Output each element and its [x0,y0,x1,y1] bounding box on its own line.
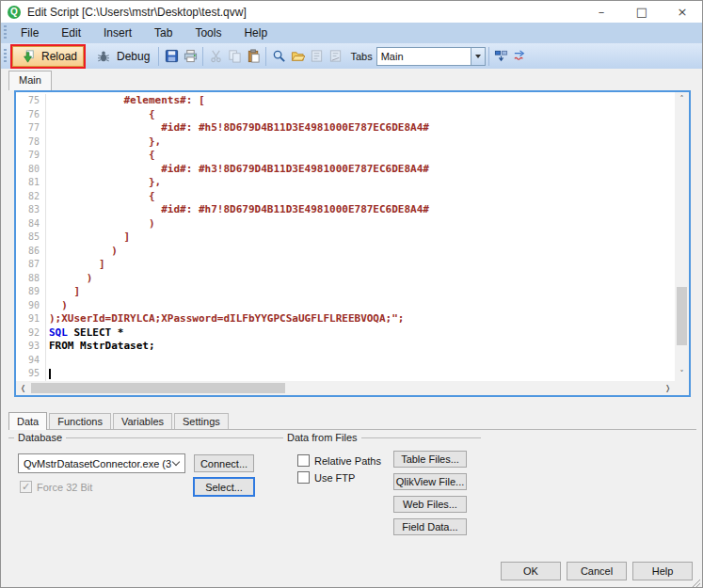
line-number: 91 [16,312,46,326]
file-buttons-column: Table Files...QlikView File...Web Files.… [393,451,467,535]
toolbar-separator [488,47,489,66]
use-ftp-checkbox[interactable]: Use FTP [297,471,355,484]
vertical-scroll-thumb[interactable] [677,287,687,345]
tab-functions[interactable]: Functions [49,413,111,429]
code-line: 89 ] [16,285,675,299]
script-tab-main[interactable]: Main [8,71,52,90]
open-file-icon[interactable] [288,47,307,66]
menu-file[interactable]: File [9,24,50,42]
tab-data[interactable]: Data [8,412,47,430]
ok-button[interactable]: OK [501,562,561,580]
script-editor[interactable]: 75 #elements#: [76 {77 #id#: #h5!8D679D4… [14,90,691,397]
checkbox-unchecked-icon [297,471,310,484]
find-icon[interactable] [269,47,288,66]
code-text: ) [46,217,155,231]
code-line: 86 ) [16,245,675,259]
connect-button-label: Connect... [200,458,248,469]
code-segment: SQL [49,326,68,339]
tab-settings[interactable]: Settings [174,413,229,429]
relative-paths-checkbox[interactable]: Relative Paths [297,454,381,467]
reload-button[interactable]: Reload [12,46,84,67]
tab-selector-combobox[interactable]: Main [376,47,486,66]
code-segment: #id#: #h7!8D679D4B11D3E4981000E787EC6DE8… [49,203,429,215]
code-line: 85 ] [16,230,675,245]
qlikview-logo-icon: Q [8,6,21,19]
code-segment: );XUserId=DIRYLCA;XPassword=dILFbYYGPCSa… [49,312,405,325]
code-text: #id#: #h7!8D679D4B11D3E4981000E787EC6DE8… [46,203,429,217]
code-segment: ] [49,258,105,270]
resize-grip-handle[interactable] [690,575,701,586]
menu-help[interactable]: Help [232,24,279,42]
line-number: 81 [16,176,46,190]
footer-buttons: OK Cancel Help [501,562,693,580]
menu-edit[interactable]: Edit [50,24,92,42]
code-text: #id#: #h3!8D679D4B11D3E4981000E787EC6DE8… [46,163,429,177]
code-text: FROM MstrDataset; [46,340,155,354]
scroll-left-icon[interactable]: ❬ [16,381,30,395]
line-number: 79 [16,149,46,163]
help-button[interactable]: Help [632,562,693,580]
tab-variables[interactable]: Variables [113,413,172,429]
code-text: { [46,190,155,204]
code-text: }, [46,135,161,150]
maximize-button[interactable]: □ [635,5,648,19]
code-text: ] [46,258,105,272]
line-number: 87 [16,258,46,272]
code-line: 79 { [16,149,675,163]
qlikview-file-button[interactable]: QlikView File... [393,473,467,490]
code-text: #id#: #h5!8D679D4B11D3E4981000E787EC6DE8… [46,121,429,135]
line-number: 76 [16,108,46,122]
code-segment: SELECT * [68,326,124,339]
close-button[interactable]: × [676,5,689,19]
line-number: 89 [16,285,46,299]
code-text: { [46,108,155,122]
line-number: 92 [16,326,46,341]
scroll-up-icon[interactable]: ˄ [675,92,689,106]
save-icon[interactable] [162,47,181,66]
move-tab-icon[interactable] [511,47,530,66]
menu-bar: FileEditInsertTabToolsHelp [1,23,702,43]
debug-icon [94,47,113,66]
code-area[interactable]: 75 #elements#: [76 {77 #id#: #h5!8D679D4… [16,92,675,381]
select-button[interactable]: Select... [193,477,255,497]
insert-tab-icon[interactable] [492,47,511,66]
code-segment: { [49,190,155,202]
horizontal-scroll-thumb[interactable] [31,383,285,393]
code-text: ] [46,285,80,299]
connector-combobox[interactable]: QvMstrDatasetConnector.exe (3 [18,453,185,473]
horizontal-scrollbar[interactable]: ❬ ❭ [16,381,675,395]
force-32-bit-label: Force 32 Bit [37,482,92,493]
table-files-button[interactable]: Table Files... [393,451,467,468]
debug-label: Debug [117,50,150,63]
menu-tab[interactable]: Tab [143,24,184,42]
print-icon[interactable] [181,47,200,66]
vertical-scrollbar[interactable]: ˄ ˅ [675,92,689,381]
code-line: 80 #id#: #h3!8D679D4B11D3E4981000E787EC6… [16,163,675,177]
menu-tools[interactable]: Tools [184,24,232,42]
minimize-button[interactable]: – [595,5,608,19]
scroll-right-icon[interactable]: ❭ [661,381,675,395]
cancel-button[interactable]: Cancel [567,562,627,580]
code-segment: }, [49,135,161,148]
cancel-button-label: Cancel [581,565,613,577]
menu-insert[interactable]: Insert [92,24,143,42]
reload-label: Reload [41,50,77,63]
line-number: 90 [16,299,46,313]
field-data-button[interactable]: Field Data... [393,518,467,535]
window-title: Edit Script [C:\Users\mstr\Desktop\test.… [27,6,247,19]
code-segment: #id#: #h5!8D679D4B11D3E4981000E787EC6DE8… [49,121,429,134]
code-line: 76 { [16,108,675,122]
menubar-grip-handle[interactable] [4,25,7,40]
web-files-button[interactable]: Web Files... [393,496,467,513]
code-segment: ) [49,245,118,257]
debug-button[interactable]: Debug [88,46,155,67]
code-line: 94 [16,354,675,368]
code-line: 84 ) [16,217,675,231]
scroll-down-icon[interactable]: ˅ [675,367,689,381]
connect-button[interactable]: Connect... [194,454,254,472]
paste-icon[interactable] [244,47,263,66]
line-number: 78 [16,135,46,150]
combobox-dropdown-button[interactable] [471,48,485,65]
toolbar-grip-handle[interactable] [4,49,7,64]
code-segment: ] [49,230,130,243]
